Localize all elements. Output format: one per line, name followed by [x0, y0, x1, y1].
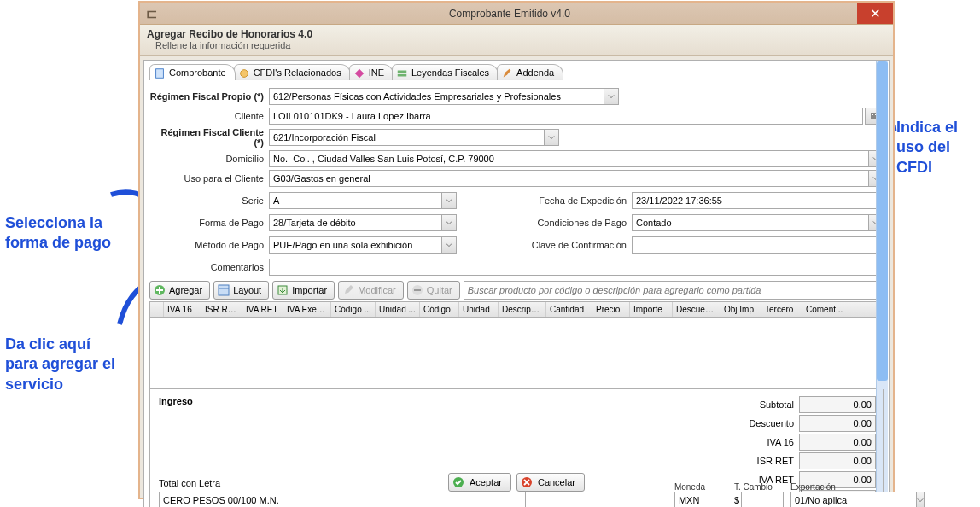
regimen-cliente-select[interactable]	[269, 129, 544, 146]
chevron-down-icon[interactable]	[916, 492, 925, 507]
forma-pago-select[interactable]	[269, 214, 441, 231]
edit-icon	[342, 284, 354, 296]
col-codigo1[interactable]: Código ...	[331, 302, 376, 317]
cond-pago-select[interactable]	[632, 214, 868, 231]
label-isrret: ISR RET	[726, 456, 794, 466]
annotation-agregar: Da clic aquí para agregar el servicio	[5, 335, 125, 394]
chevron-down-icon[interactable]	[441, 236, 457, 253]
label-serie: Serie	[149, 195, 269, 206]
close-button[interactable]: ✕	[857, 3, 893, 24]
col-codigo2[interactable]: Código	[420, 302, 459, 317]
layout-button[interactable]: Layout	[213, 281, 269, 300]
page-subtitle: Rellene la información requerida	[155, 40, 886, 50]
ingreso-label: ingreso	[159, 396, 193, 406]
uso-cliente-select[interactable]	[269, 170, 868, 187]
col-cantidad[interactable]: Cantidad	[546, 302, 592, 317]
grid-body[interactable]	[149, 318, 884, 389]
col-tercero[interactable]: Tercero	[761, 302, 802, 317]
minus-icon	[411, 284, 423, 296]
col-descrip[interactable]: Descripc...	[499, 302, 546, 317]
label-forma-pago: Forma de Pago	[149, 218, 269, 228]
regimen-propio-select[interactable]	[269, 88, 604, 105]
cancel-icon	[521, 476, 533, 488]
svg-rect-5	[872, 114, 873, 115]
tab-cfdi-relacionados[interactable]: CFDI's Relacionados	[234, 64, 351, 80]
cliente-input[interactable]	[269, 108, 863, 125]
grid-toolbar: Agregar Layout Importar Modificar Quitar	[149, 281, 884, 300]
quitar-button: Quitar	[407, 281, 460, 300]
label-comentarios: Comentarios	[149, 262, 269, 272]
button-label: Aceptar	[470, 477, 502, 487]
label-uso-cliente: Uso para el Cliente	[149, 173, 269, 184]
dialog-footer: Aceptar Cancelar	[143, 470, 890, 494]
tcambio-prefix: $	[734, 495, 739, 505]
serie-select[interactable]	[269, 192, 441, 209]
label-metodo-pago: Método de Pago	[149, 240, 269, 250]
col-unidad1[interactable]: Unidad ...	[376, 302, 420, 317]
label-regimen-propio: Régimen Fiscal Propio (*)	[149, 91, 269, 102]
link-icon	[238, 67, 250, 79]
col-coment[interactable]: Coment...	[802, 302, 883, 317]
col-isrret[interactable]: ISR RET	[201, 302, 242, 317]
col-precio[interactable]: Precio	[592, 302, 630, 317]
comentarios-input[interactable]	[269, 259, 884, 276]
svg-rect-8	[219, 285, 229, 295]
col-ivaexen[interactable]: IVA Exen...	[283, 302, 331, 317]
button-label: Modificar	[358, 285, 396, 295]
plus-icon	[154, 284, 166, 296]
close-icon: ✕	[870, 6, 881, 21]
col-importe[interactable]: Importe	[630, 302, 673, 317]
grid-corner	[150, 302, 164, 317]
col-objimp[interactable]: Obj Imp	[720, 302, 761, 317]
search-field[interactable]	[464, 281, 884, 300]
check-icon	[452, 476, 464, 488]
metodo-pago-select[interactable]	[269, 236, 441, 253]
tab-leyendas[interactable]: Leyendas Fiscales	[392, 64, 499, 80]
titlebar[interactable]: ⊏ Comprobante Emitido v4.0 ✕	[140, 3, 893, 25]
import-icon	[277, 284, 289, 296]
label-descuento: Descuento	[726, 418, 794, 428]
tab-comprobante[interactable]: Comprobante	[149, 64, 236, 80]
col-iva16[interactable]: IVA 16	[164, 302, 201, 317]
label-domicilio: Domicilio	[149, 154, 269, 164]
client-area: Comprobante CFDI's Relacionados INE Leye…	[143, 60, 890, 507]
col-descuen[interactable]: Descuen...	[673, 302, 720, 317]
window-title: Comprobante Emitido v4.0	[162, 8, 857, 20]
label-clave-conf: Clave de Confirmación	[521, 240, 632, 250]
chevron-down-icon[interactable]	[544, 129, 559, 146]
fecha-input[interactable]	[632, 192, 884, 209]
col-unidad2[interactable]: Unidad	[459, 302, 499, 317]
domicilio-select[interactable]	[269, 150, 868, 167]
aceptar-button[interactable]: Aceptar	[448, 473, 511, 492]
iva16-value	[799, 434, 876, 451]
button-label: Importar	[292, 285, 327, 295]
descuento-value	[799, 415, 876, 432]
importar-button[interactable]: Importar	[272, 281, 335, 300]
pencil-icon	[501, 67, 513, 79]
search-input[interactable]	[464, 281, 884, 300]
tab-addenda[interactable]: Addenda	[497, 64, 563, 80]
tab-ine[interactable]: INE	[349, 64, 394, 80]
chevron-down-icon[interactable]	[441, 192, 457, 209]
label-iva16: IVA 16	[726, 437, 794, 447]
chevron-down-icon[interactable]	[441, 214, 457, 231]
svg-point-1	[240, 70, 248, 78]
label-cond-pago: Condiciones de Pago	[521, 218, 632, 228]
annotation-uso-cfdi: Indica el uso del CFDI	[896, 118, 973, 178]
clave-conf-input[interactable]	[632, 236, 884, 253]
col-ivaret[interactable]: IVA RET	[242, 302, 283, 317]
svg-rect-3	[398, 74, 407, 77]
tabs: Comprobante CFDI's Relacionados INE Leye…	[149, 64, 884, 80]
stack-icon	[396, 67, 408, 79]
chevron-down-icon[interactable]	[604, 88, 619, 105]
label-fecha: Fecha de Expedición	[521, 195, 632, 206]
label-subtotal: Subtotal	[726, 399, 794, 410]
subtotal-value	[799, 396, 876, 413]
agregar-button[interactable]: Agregar	[149, 281, 210, 300]
button-label: Quitar	[427, 285, 452, 295]
app-icon: ⊏	[143, 5, 159, 21]
tab-label: INE	[369, 67, 384, 78]
cancelar-button[interactable]: Cancelar	[516, 473, 585, 492]
document-icon	[154, 67, 166, 79]
label-regimen-cliente: Régimen Fiscal Cliente (*)	[149, 127, 269, 148]
